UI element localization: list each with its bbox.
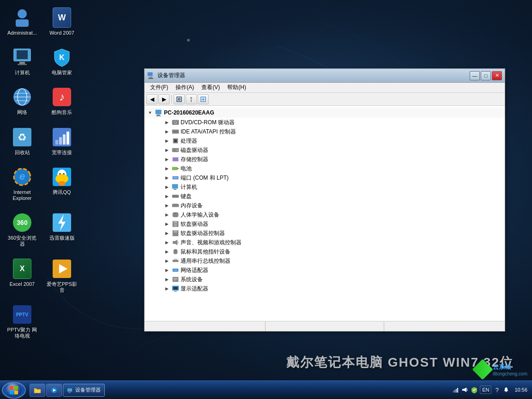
tree-item-computer[interactable]: ▶ 计算机 (145, 182, 505, 192)
tray-language[interactable]: EN (480, 386, 491, 394)
tree-expand-processor[interactable]: ▶ (163, 137, 170, 145)
tree-expand-port[interactable]: ▶ (163, 174, 170, 181)
desktop-icon-360[interactable]: 360 360安全浏览器 (5, 210, 40, 249)
tree-item-usb[interactable]: ▶ 通用串行总线控制器 (145, 256, 505, 266)
tree-item-dvd[interactable]: ▶ DVD/CD-ROM 驱动器 (145, 118, 505, 127)
tree-expand-computer[interactable]: ▶ (163, 183, 170, 191)
tree-expand-keyboard[interactable]: ▶ (163, 193, 170, 200)
tree-expand-memory[interactable]: ▶ (163, 202, 170, 209)
taskbar-media-button[interactable] (46, 384, 62, 397)
start-button[interactable] (2, 382, 26, 399)
desktop-icon-broadband[interactable]: 宽带连接 (44, 124, 79, 157)
desktop-icon-thunder[interactable]: 迅雷极速版 (44, 210, 79, 249)
minimize-button[interactable]: — (470, 71, 480, 80)
menu-action[interactable]: 操作(A) (172, 83, 198, 92)
tree-expand-storage[interactable]: ▶ (163, 156, 170, 163)
icon-label-excel2007: Excel 2007 (10, 281, 35, 287)
tray-clock: 10:56 (512, 386, 530, 394)
tree-item-disk[interactable]: ▶ 磁盘驱动器 (145, 145, 505, 155)
tree-root-label: PC-20160620EAAG (164, 109, 214, 116)
desktop-icon-excel2007[interactable]: X Excel 2007 (5, 256, 40, 295)
memory-icon (172, 202, 179, 209)
tree-item-system[interactable]: ▶ 系统设备 (145, 275, 505, 284)
svg-rect-6 (18, 64, 27, 65)
tree-item-battery[interactable]: ▶ 电池 (145, 164, 505, 173)
tree-expand-system[interactable]: ▶ (163, 276, 170, 283)
toolbar-showhide[interactable] (174, 94, 185, 104)
tree-item-memory[interactable]: ▶ 内存设备 (145, 201, 505, 210)
tree-expand-root[interactable]: ▼ (146, 109, 154, 116)
svg-rect-77 (174, 204, 175, 205)
tree-expand-ide[interactable]: ▶ (163, 128, 170, 135)
icon-label-recycle: 回收站 (15, 150, 30, 156)
menu-help[interactable]: 帮助(H) (224, 83, 250, 92)
tree-expand-floppyctrl[interactable]: ▶ (163, 230, 170, 237)
desktop-icon-word2007[interactable]: W Word 2007 (44, 5, 79, 38)
tray-notification-icon[interactable] (502, 386, 510, 393)
svg-text:360: 360 (17, 219, 28, 226)
toolbar-properties[interactable] (186, 94, 197, 104)
tray-question-icon[interactable]: ? (493, 386, 501, 393)
tray-volume-icon[interactable] (461, 386, 469, 393)
taskbar-folder-button[interactable] (30, 384, 45, 397)
tree-expand-usb[interactable]: ▶ (163, 257, 170, 265)
tree-item-floppy[interactable]: ▶ 软盘驱动器 (145, 219, 505, 229)
tree-item-hid[interactable]: ▶ 人体学输入设备 (145, 210, 505, 219)
desktop-icon-network[interactable]: 网络 (5, 84, 40, 117)
tree-expand-dvd[interactable]: ▶ (163, 119, 170, 126)
tree-expand-network[interactable]: ▶ (163, 266, 170, 274)
tree-item-mouse[interactable]: ▶ 鼠标和其他指针设备 (145, 247, 505, 256)
tree-item-keyboard[interactable]: ▶ 键盘 (145, 192, 505, 201)
svg-rect-2 (16, 19, 29, 27)
device-tree[interactable]: ▼ PC-20160620EAAG ▶ (145, 106, 505, 321)
tree-item-network[interactable]: ▶ 网络适配器 (145, 266, 505, 275)
tree-label-ide: IDE ATA/ATAPI 控制器 (181, 128, 236, 136)
tree-item-storage[interactable]: ▶ 存储控制器 (145, 155, 505, 164)
floppy-icon (172, 220, 179, 228)
devmgr-icon (67, 387, 73, 393)
tray-security-icon[interactable] (471, 386, 478, 393)
maximize-button[interactable]: □ (481, 71, 491, 80)
tree-item-display[interactable]: ▶ 显示适配器 (145, 284, 505, 293)
desktop: Administrat... W Word 2007 (0, 0, 532, 399)
menu-view[interactable]: 查看(V) (198, 83, 224, 92)
tray-network-icon[interactable] (452, 386, 459, 393)
tree-expand-display[interactable]: ▶ (163, 285, 170, 292)
svg-point-44 (190, 97, 192, 99)
desktop-icon-computer[interactable]: 计算机 (5, 44, 40, 78)
tree-expand-audio[interactable]: ▶ (163, 239, 170, 246)
desktop-icon-ie[interactable]: e Internet Explorer (5, 164, 40, 203)
tree-label-floppy: 软盘驱动器 (181, 220, 208, 228)
tree-item-port[interactable]: ▶ 端口 (COM 和 LPT) (145, 173, 505, 182)
taskbar-devmgr-button[interactable]: 设备管理器 (63, 384, 105, 397)
tree-item-processor[interactable]: ▶ 处理器 (145, 136, 505, 145)
menu-file[interactable]: 文件(F) (146, 83, 172, 92)
svg-rect-101 (174, 279, 177, 279)
tree-root-item[interactable]: ▼ PC-20160620EAAG (145, 108, 505, 118)
tree-expand-mouse[interactable]: ▶ (163, 248, 170, 255)
processor-icon (172, 137, 179, 145)
tree-item-floppyctrl[interactable]: ▶ 软盘驱动器控制器 (145, 229, 505, 238)
svg-rect-112 (67, 388, 72, 392)
tree-item-ide[interactable]: ▶ IDE ATA/ATAPI 控制器 (145, 127, 505, 136)
tree-expand-floppy[interactable]: ▶ (163, 220, 170, 228)
desktop-icon-pps[interactable]: 爱奇艺PPS影音 (44, 256, 79, 295)
desktop-icon-administrator[interactable]: Administrat... (5, 5, 40, 38)
desktop-icon-music[interactable]: ♪ 酷狗音乐 (44, 84, 79, 117)
tree-expand-disk[interactable]: ▶ (163, 146, 170, 154)
taskbar-devmgr-label: 设备管理器 (75, 387, 101, 393)
toolbar-forward[interactable]: ▶ (158, 94, 169, 104)
close-button[interactable]: ✕ (492, 71, 502, 80)
icon-label-ie: Internet Explorer (6, 189, 38, 201)
svg-rect-5 (19, 62, 25, 64)
toolbar-update[interactable] (198, 94, 209, 104)
tree-expand-battery[interactable]: ▶ (163, 165, 170, 172)
desktop-icon-qq[interactable]: 腾讯QQ (44, 164, 79, 203)
tree-item-audio[interactable]: ▶ 声音、视频和游戏控制器 (145, 238, 505, 247)
desktop-icon-recycle[interactable]: ♻ 回收站 (5, 124, 40, 157)
toolbar-back[interactable]: ◀ (146, 94, 157, 104)
svg-rect-107 (14, 386, 18, 390)
tree-expand-hid[interactable]: ▶ (163, 211, 170, 218)
desktop-icon-pptv[interactable]: PPTV PPTV聚力 网络电视 (5, 302, 40, 341)
desktop-icon-pcmanager[interactable]: K 电脑管家 (44, 44, 79, 78)
